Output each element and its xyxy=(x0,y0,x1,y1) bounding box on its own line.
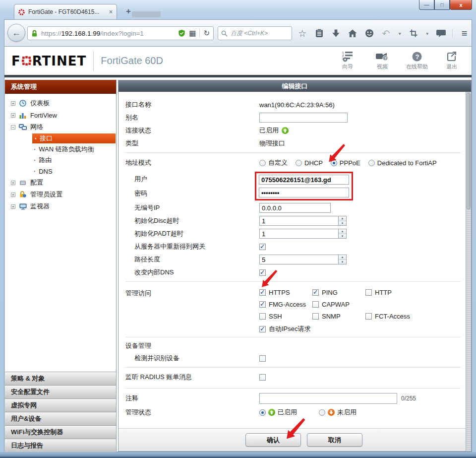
detect-devices-checkbox[interactable] xyxy=(259,355,266,362)
radio-dhcp[interactable] xyxy=(296,160,302,166)
checkbox-option-snmp[interactable]: SNMP xyxy=(312,313,365,320)
collapse-icon[interactable]: − xyxy=(11,125,15,130)
maximize-button[interactable]: □ xyxy=(434,0,450,10)
browser-tab[interactable]: FortiGate - FGT60D4615... × xyxy=(14,4,117,19)
checkbox-option-ping[interactable]: PING xyxy=(312,289,365,296)
home-icon[interactable] xyxy=(347,27,358,39)
new-tab-button[interactable]: + xyxy=(121,7,135,16)
ping-checkbox[interactable] xyxy=(312,289,319,296)
cancel-button[interactable]: 取消 xyxy=(307,433,362,447)
spinner-down-icon[interactable]: ▼ xyxy=(339,221,346,226)
comments-input[interactable] xyxy=(259,393,397,404)
alias-input[interactable] xyxy=(259,113,348,123)
minimize-button[interactable]: — xyxy=(419,0,434,10)
qr-code-icon[interactable]: ▦ xyxy=(189,29,196,38)
sidebar-item-monitor[interactable]: + 监视器 xyxy=(5,200,116,212)
radio-fortiap[interactable] xyxy=(368,160,375,166)
checkbox-option-fct[interactable]: FCT-Access xyxy=(365,313,418,320)
fct-access-checkbox[interactable] xyxy=(365,313,372,320)
http-checkbox[interactable] xyxy=(365,289,372,296)
sidebar-item-label: FortiView xyxy=(30,112,57,119)
retrieve-gateway-checkbox[interactable] xyxy=(259,244,266,250)
wizard-button[interactable]: 123 向导 xyxy=(336,51,359,70)
sidebar-item-wan-llb[interactable]: ▪ WAN 链路负载均衡 xyxy=(5,144,116,155)
logout-button[interactable]: 退出 xyxy=(440,51,464,70)
radius-checkbox[interactable] xyxy=(259,374,266,381)
status-down-radio[interactable] xyxy=(319,409,325,416)
checkbox-option-fmg[interactable]: FMG-Access xyxy=(259,301,312,308)
sidebar-item-fortiview[interactable]: + FortiView xyxy=(5,109,116,121)
init-padt-input[interactable] xyxy=(259,229,339,239)
monitor-icon xyxy=(19,203,27,210)
sidebar-item-dns[interactable]: ▪ DNS xyxy=(5,166,116,177)
capwap-checkbox[interactable] xyxy=(312,301,319,308)
sidebar-item-dashboard[interactable]: + 仪表板 xyxy=(5,97,116,109)
radio-option-manual[interactable]: 自定义 xyxy=(259,158,288,167)
sidebar-section-wifi-switch[interactable]: WiFi与交换控制器 xyxy=(5,425,116,439)
snmp-checkbox[interactable] xyxy=(312,313,319,320)
menu-hamburger-icon[interactable]: ≡ xyxy=(459,27,470,39)
expand-icon[interactable]: + xyxy=(11,204,15,209)
sidebar-item-interfaces[interactable]: ▪ 接口 xyxy=(5,133,116,144)
sidebar-item-network[interactable]: − 网络 xyxy=(5,121,116,133)
radio-manual[interactable] xyxy=(259,160,266,166)
feedback-smiley-icon[interactable] xyxy=(364,27,375,39)
search-bar[interactable]: 百度 <Ctrl+K> xyxy=(218,26,292,40)
spinner-up-icon[interactable]: ▲ xyxy=(339,255,346,260)
distance-input[interactable] xyxy=(259,255,339,264)
security-shield-icon[interactable] xyxy=(178,29,185,37)
downloads-icon[interactable] xyxy=(330,27,341,39)
crop-dropdown-icon[interactable]: ▾ xyxy=(425,27,430,39)
fmg-access-checkbox[interactable] xyxy=(259,301,266,308)
checkbox-option-http[interactable]: HTTP xyxy=(365,289,418,296)
tab-close-icon[interactable]: × xyxy=(109,8,113,15)
spinner-up-icon[interactable]: ▲ xyxy=(339,216,346,221)
spinner-down-icon[interactable]: ▼ xyxy=(339,234,346,239)
expand-icon[interactable]: + xyxy=(11,193,15,197)
expand-icon[interactable]: + xyxy=(11,181,15,185)
sidebar-section-log-report[interactable]: 日志与报告 xyxy=(5,439,116,452)
ssh-checkbox[interactable] xyxy=(259,313,266,320)
reload-icon[interactable]: ↻ xyxy=(203,29,210,38)
checkbox-option-capwap[interactable]: CAPWAP xyxy=(312,301,365,308)
bookmarks-panel-icon[interactable] xyxy=(314,27,325,39)
init-disc-spinner: ▲▼ xyxy=(259,216,347,226)
sidebar-item-config[interactable]: + 配置 xyxy=(5,177,116,189)
sidebar-item-admin[interactable]: + 管理员设置 xyxy=(5,189,116,200)
sidebar-section-user-device[interactable]: 用户&设备 xyxy=(5,412,116,425)
radio-option-fortiap[interactable]: Dedicated to FortiAP xyxy=(368,159,437,167)
sidebar-section-policy-objects[interactable]: 策略 & 对象 xyxy=(5,372,116,385)
browser-window: { "colors": { "annotation_red": "#e31b1b… xyxy=(0,0,476,458)
scrollbar-thumb[interactable] xyxy=(467,93,471,209)
user-input[interactable] xyxy=(259,175,349,185)
checkbox-option-ssh[interactable]: SSH xyxy=(259,313,312,320)
close-button[interactable]: x xyxy=(450,0,472,10)
expand-icon[interactable]: + xyxy=(11,113,15,118)
chat-bubble-icon[interactable] xyxy=(436,27,447,39)
screenshot-crop-icon[interactable] xyxy=(408,27,419,39)
undo-dropdown-icon[interactable]: ▾ xyxy=(397,27,402,39)
unnumbered-ip-input[interactable] xyxy=(259,203,331,213)
expand-icon[interactable]: + xyxy=(11,101,15,106)
checkbox-option-https[interactable]: HTTPS xyxy=(259,289,312,296)
radio-option-status-down[interactable]: 未启用 xyxy=(319,408,357,417)
back-button[interactable]: ← xyxy=(7,24,25,42)
auto-ipsec-checkbox[interactable] xyxy=(259,326,266,332)
init-disc-input[interactable] xyxy=(259,216,339,226)
bookmark-star-icon[interactable]: ☆ xyxy=(297,27,308,39)
spinner-down-icon[interactable]: ▼ xyxy=(339,260,346,264)
video-help-button[interactable]: ? 视频 xyxy=(370,51,394,70)
url-bar[interactable]: https://192.168.1.99/index?login=1 ▦ ↻ xyxy=(27,26,214,40)
sidebar-section-vpn[interactable]: 虚拟专网 xyxy=(5,398,116,412)
status-up-radio[interactable] xyxy=(259,409,266,416)
scrollbar[interactable] xyxy=(466,92,471,451)
spinner-up-icon[interactable]: ▲ xyxy=(339,229,346,234)
sidebar-item-routing[interactable]: ▪ 路由 xyxy=(5,155,116,166)
https-checkbox[interactable] xyxy=(259,289,266,296)
checkbox-option-auto-ipsec[interactable]: 自动IPsec请求 xyxy=(259,325,311,333)
radio-option-dhcp[interactable]: DHCP xyxy=(296,159,323,167)
password-input[interactable] xyxy=(259,188,349,197)
sidebar-section-security-profiles[interactable]: 安全配置文件 xyxy=(5,385,116,398)
online-help-button[interactable]: ? 在线帮助 xyxy=(405,51,429,70)
alias-row: 别名 xyxy=(125,111,461,124)
